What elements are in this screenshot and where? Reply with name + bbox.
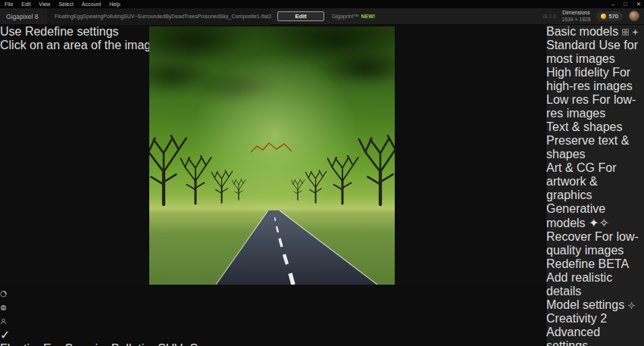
creativity-value: 2 (600, 312, 607, 325)
file-tab[interactable]: FloatingEggSpewingPollutingSUV~Surrounde… (47, 8, 271, 25)
model-label: Redefine (546, 257, 595, 270)
compare-models-icon[interactable] (622, 29, 629, 36)
menu-account[interactable]: Account (82, 2, 101, 7)
image-artwork[interactable] (149, 26, 395, 285)
gigaprint-label: Gigaprint™ (332, 14, 358, 19)
gigapixel-app-window: File Edit View Select Account Help – □ ✕… (0, 0, 644, 346)
model-text-shapes[interactable]: Text & shapes Preserve text & shapes (546, 120, 644, 161)
titlebar: Gigapixel 8 FloatingEggSpewingPollutingS… (0, 8, 644, 25)
auto-settings-icon[interactable] (628, 302, 635, 309)
canvas-area[interactable]: Use Redefine settings Click on an area o… (0, 25, 546, 285)
dimensions-readout: Dimensions 1634 × 1828 (561, 10, 590, 23)
menu-bar: File Edit View Select Account Help – □ ✕ (0, 0, 644, 8)
compression-column-icon (0, 304, 7, 311)
beta-badge: BETA (599, 257, 629, 270)
minimize-icon[interactable]: – (611, 1, 614, 8)
basic-models-header: Basic models (546, 25, 644, 39)
model-label: High fidelity (546, 66, 609, 79)
credits-count: 570 (608, 13, 618, 20)
model-label: Standard (546, 39, 596, 51)
credits-pill[interactable]: 570 (596, 11, 623, 21)
gigaprint-promo[interactable]: Gigaprint™ NEW! (332, 14, 375, 19)
auto-select-icon[interactable] (632, 29, 639, 36)
edit-button[interactable]: Edit (277, 11, 324, 21)
dimensions-value: 1634 × 1828 (561, 17, 590, 23)
face-recovery-column-icon (0, 318, 7, 325)
menu-file[interactable]: File (5, 2, 13, 7)
new-badge: NEW! (361, 14, 375, 19)
menu-help[interactable]: Help (109, 2, 120, 7)
model-settings-header: Model settings (546, 298, 644, 312)
model-settings-title: Model settings (546, 298, 624, 311)
model-recover[interactable]: Recover For low-quality images (546, 230, 644, 257)
model-low-res[interactable]: Low res For low-res images (546, 93, 644, 120)
close-icon[interactable]: ✕ (636, 1, 641, 8)
basic-models-list: Standard Use for most images High fideli… (546, 39, 644, 202)
version-label: v8.2.0 (542, 14, 556, 19)
dimensions-label: Dimensions (561, 10, 590, 17)
titlebar-right: v8.2.0 Dimensions 1634 × 1828 570 (542, 10, 644, 23)
model-desc: Add realistic details (546, 271, 612, 298)
model-label: Low res (546, 93, 589, 106)
model-label: Art & CG (546, 161, 595, 174)
generative-models-list: Recover For low-quality images Redefine … (546, 230, 644, 298)
advanced-settings-label: Advanced settings (546, 326, 600, 346)
model-redefine[interactable]: Redefine BETA Add realistic details (546, 257, 644, 298)
model-high-fidelity[interactable]: High fidelity For high-res images (546, 66, 644, 93)
generative-models-header: Generative models ✦✧ (546, 202, 644, 230)
window-controls: – □ ✕ (611, 0, 641, 8)
sparkle-icon: ✦✧ (589, 217, 609, 229)
model-standard[interactable]: Standard Use for most images (546, 39, 644, 66)
sharpen-column-icon (0, 291, 7, 298)
menu-view[interactable]: View (39, 2, 50, 7)
coin-icon (601, 14, 606, 19)
model-art-cg[interactable]: Art & CG For artwork & graphics (546, 161, 644, 202)
maximize-icon[interactable]: □ (624, 1, 627, 8)
avatar[interactable] (629, 11, 639, 21)
menu-select[interactable]: Select (58, 2, 73, 7)
model-label: Recover (546, 230, 592, 243)
right-sidebar: Basic models Standard Use for most image… (546, 25, 644, 346)
model-label: Text & shapes (546, 120, 623, 133)
row-checkbox[interactable]: ✓ (0, 329, 10, 341)
egg-crack-graphic (149, 26, 395, 285)
model-desc: Preserve text & shapes (546, 134, 629, 161)
creativity-label: Creativity (546, 312, 597, 325)
menu-edit[interactable]: Edit (21, 2, 30, 7)
app-title: Gigapixel 8 (0, 13, 47, 20)
row-filename: FloatingEggSpewingPollutingSUV~Surrounde… (0, 342, 216, 346)
basic-models-title: Basic models (546, 25, 618, 38)
